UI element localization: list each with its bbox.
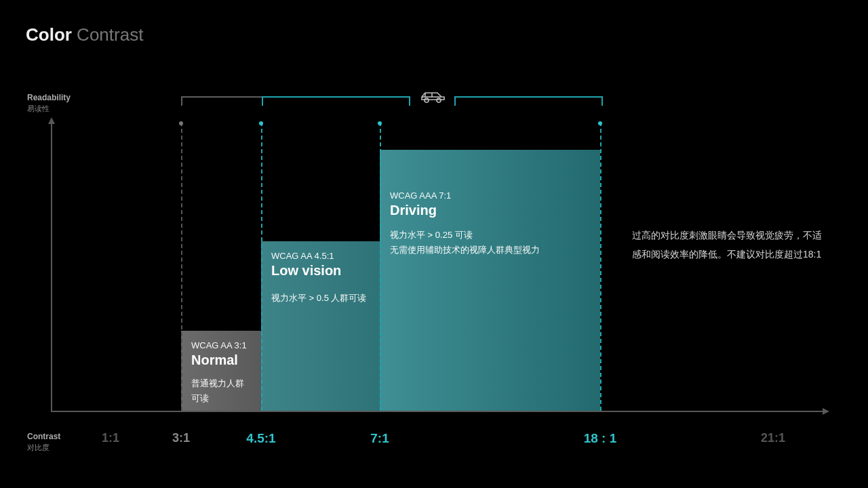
tick-18: 18 : 1: [584, 431, 617, 446]
x-axis-label-en: Contrast: [27, 431, 60, 443]
x-axis: [51, 411, 828, 412]
page-title: Color Contrast: [26, 24, 143, 45]
bar-driving: WCAG AAA 7:1 Driving 视力水平 > 0.25 可读 无需使用…: [380, 150, 600, 411]
bar-low-title: Low vision: [271, 263, 370, 279]
dot-4-5: [259, 121, 263, 125]
tick-7: 7:1: [370, 431, 389, 446]
y-axis-label-cn: 易读性: [27, 104, 71, 114]
side-note: 过高的对比度刺激眼睛会导致视觉疲劳，不适感和阅读效率的降低。不建议对比度超过18…: [632, 226, 829, 264]
svg-point-3: [425, 98, 429, 102]
dot-7: [378, 121, 382, 125]
bar-drive-header: WCAG AAA 7:1: [390, 190, 590, 201]
dash-4-5: [261, 122, 262, 411]
dash-7: [380, 122, 381, 411]
bar-low-header: WCAG AA 4.5:1: [271, 251, 370, 261]
dot-3: [179, 121, 183, 125]
tick-4-5: 4.5:1: [246, 431, 275, 446]
bar-normal-header: WCAG AA 3:1: [191, 340, 251, 350]
bar-normal-desc: 普通视力人群可读: [191, 376, 251, 406]
bar-drive-desc1: 视力水平 > 0.25 可读: [390, 228, 590, 243]
title-bold: Color: [26, 24, 72, 45]
bar-drive-desc2: 无需使用辅助技术的视障人群典型视力: [390, 243, 590, 258]
slide: Color Contrast Readability 易读性 Contrast …: [0, 0, 868, 488]
bar-normal-title: Normal: [191, 352, 251, 368]
tick-1: 1:1: [102, 431, 119, 445]
car-icon: [419, 89, 446, 107]
dash-18: [600, 122, 601, 411]
dot-18: [598, 121, 602, 125]
tick-3: 3:1: [172, 431, 190, 445]
bracket-right: [454, 96, 603, 106]
bracket-left: [262, 96, 410, 106]
dash-3: [181, 122, 182, 411]
svg-point-4: [437, 98, 441, 102]
bar-normal: WCAG AA 3:1 Normal 普通视力人群可读: [181, 331, 261, 411]
x-axis-label: Contrast 对比度: [27, 431, 60, 453]
y-axis-label-en: Readability: [27, 92, 71, 104]
y-axis: [51, 119, 52, 411]
bar-low-desc: 视力水平 > 0.5 人群可读: [271, 291, 370, 306]
bar-low-vision: WCAG AA 4.5:1 Low vision 视力水平 > 0.5 人群可读: [261, 241, 380, 411]
bar-drive-title: Driving: [390, 203, 590, 218]
x-axis-label-cn: 对比度: [27, 443, 60, 453]
bracket-normal: [181, 96, 263, 106]
y-axis-label: Readability 易读性: [27, 92, 71, 114]
title-light: Contrast: [72, 24, 144, 45]
tick-21: 21:1: [761, 431, 785, 445]
